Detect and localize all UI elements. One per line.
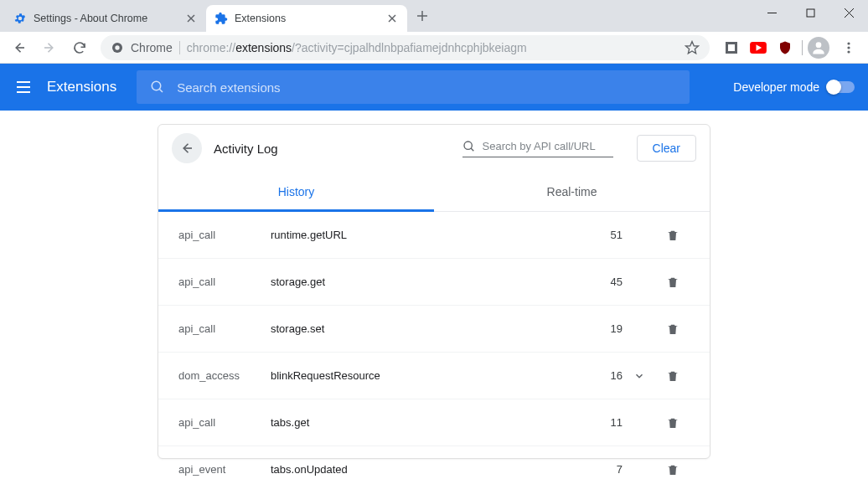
back-button[interactable] [5,35,34,60]
activity-tabs: History Real-time [158,172,710,212]
browser-tab-extensions[interactable]: Extensions [206,5,407,32]
browser-toolbar: Chrome chrome://extensions/?activity=cjp… [0,32,868,64]
activity-row[interactable]: api_callstorage.get45 [158,259,710,306]
activity-rows: api_callruntime.getURL51api_callstorage.… [158,212,710,479]
activity-row[interactable]: api_calltabs.get11 [158,399,710,446]
search-icon [462,140,476,153]
extension-icon-generic[interactable] [720,36,743,59]
close-icon[interactable] [184,12,198,25]
developer-mode: Developer mode [733,80,855,94]
activity-type: dom_access [178,369,271,382]
activity-count: 16 [589,369,623,382]
svg-line-27 [159,89,163,92]
api-search-input[interactable] [483,140,613,152]
new-tab-button[interactable] [411,4,434,28]
svg-point-21 [847,46,850,49]
forward-button[interactable] [35,35,64,60]
activity-row[interactable]: api_callstorage.set19 [158,306,710,353]
activity-name: blinkRequestResource [271,369,589,382]
activity-row[interactable]: api_callruntime.getURL51 [158,212,710,259]
window-controls [752,0,868,25]
developer-mode-label: Developer mode [733,80,819,94]
developer-mode-toggle[interactable] [828,81,855,93]
trash-icon[interactable] [656,229,690,242]
content-scroll[interactable]: Activity Log Clear History Real-time api… [0,111,868,479]
card-header: Activity Log Clear [158,125,710,172]
card-title: Activity Log [214,142,278,156]
svg-point-19 [816,42,822,48]
activity-row[interactable]: api_eventtabs.onUpdated7 [158,446,710,479]
activity-count: 51 [589,229,623,241]
browser-tabstrip: Settings - About Chrome Extensions [0,0,434,32]
expand-icon[interactable] [623,370,656,382]
activity-count: 45 [589,276,623,288]
tab-title: Extensions [235,13,379,24]
svg-rect-16 [728,44,735,51]
window-titlebar: Settings - About Chrome Extensions [0,0,868,32]
trash-icon[interactable] [656,463,690,476]
trash-icon[interactable] [656,369,690,383]
reload-button[interactable] [65,35,94,60]
svg-point-22 [847,50,850,53]
tab-realtime[interactable]: Real-time [434,172,710,211]
activity-row[interactable]: dom_accessblinkRequestResource16 [158,353,710,399]
activity-count: 7 [589,463,623,476]
tab-title: Settings - About Chrome [34,13,178,24]
maximize-button[interactable] [791,0,829,25]
activity-name: storage.set [271,322,589,335]
activity-type: api_call [178,229,271,241]
back-button[interactable] [172,133,202,163]
svg-line-30 [471,148,473,151]
close-window-button[interactable] [829,0,868,25]
extension-icons [716,36,800,59]
chrome-origin-icon [111,41,124,54]
activity-name: storage.get [271,276,589,288]
trash-icon[interactable] [656,416,690,430]
activity-log-card: Activity Log Clear History Real-time api… [158,124,710,459]
extensions-header: Extensions Developer mode [0,64,868,111]
address-bar[interactable]: Chrome chrome://extensions/?activity=cjp… [101,35,710,60]
browser-tab-settings[interactable]: Settings - About Chrome [5,5,206,32]
youtube-icon[interactable] [747,36,770,59]
activity-type: api_event [178,463,271,476]
search-icon [150,80,165,95]
activity-count: 11 [589,416,623,429]
puzzle-icon [214,12,228,25]
url-text: chrome://extensions/?activity=cjpalhdlnb… [187,41,678,54]
toolbar-separator [802,40,803,55]
svg-rect-7 [807,9,814,17]
trash-icon[interactable] [656,322,690,336]
bookmark-star-icon[interactable] [685,40,700,55]
search-extensions-input[interactable] [177,80,676,95]
activity-count: 19 [589,322,623,335]
gear-icon [13,12,27,25]
close-icon[interactable] [385,12,399,25]
activity-name: tabs.onUpdated [271,463,589,476]
trash-icon[interactable] [656,276,690,289]
svg-point-29 [464,142,472,149]
svg-point-26 [152,81,161,90]
activity-name: tabs.get [271,416,589,429]
svg-marker-14 [686,41,699,53]
clear-button[interactable]: Clear [637,135,696,162]
page-title: Extensions [47,79,116,95]
ublock-shield-icon[interactable] [773,36,797,59]
hamburger-menu-icon[interactable] [13,77,34,97]
activity-type: api_call [178,416,271,429]
tab-history[interactable]: History [158,172,434,211]
svg-point-13 [115,45,119,49]
activity-name: runtime.getURL [271,229,589,241]
profile-avatar[interactable] [808,37,829,59]
omnibox-separator [179,41,180,54]
minimize-button[interactable] [752,0,791,25]
activity-type: api_call [178,276,271,288]
api-search[interactable] [462,140,613,157]
activity-type: api_call [178,322,271,335]
menu-button[interactable] [834,35,863,60]
svg-point-20 [847,42,850,44]
search-extensions-box[interactable] [137,70,690,104]
origin-label: Chrome [131,41,173,54]
